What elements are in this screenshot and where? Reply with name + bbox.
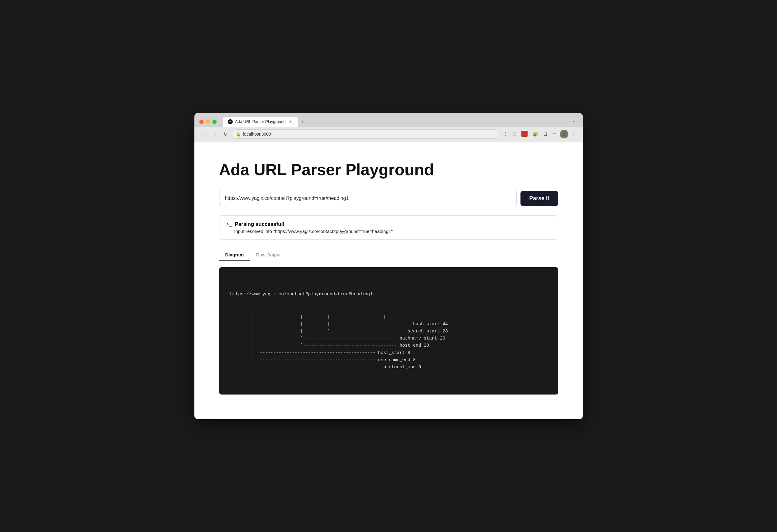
maximize-window-button[interactable] (212, 120, 217, 124)
success-subtitle: Input resolved into "https://www.yagiz.c… (234, 229, 551, 234)
reload-button[interactable]: ↻ (222, 130, 229, 138)
url-input[interactable] (219, 191, 517, 206)
minimize-window-button[interactable] (206, 120, 210, 124)
title-bar: A Ada URL Parser Playground ✕ + ⌄ (194, 113, 583, 127)
success-title-row: >_ Parsing successful! (226, 221, 551, 227)
diagram-url: https://www.yagiz.co/contact?playground=… (230, 291, 547, 298)
address-bar[interactable]: 🔒 localhost:3000 (232, 129, 499, 139)
toolbar-icons: ⇧ ☆ 🧩 ⊟ ▭ 👤 ⋮ (502, 129, 578, 139)
success-title: Parsing successful! (235, 221, 285, 227)
view-tabs-row: Diagram Raw Output (219, 249, 558, 261)
tab-title: Ada URL Parser Playground (235, 119, 286, 124)
bookmark-button[interactable]: ☆ (511, 130, 518, 138)
profile-button[interactable]: 👤 (560, 130, 568, 138)
split-view-button[interactable]: ▭ (550, 130, 558, 138)
tab-list-button[interactable]: ⌄ (570, 117, 578, 125)
active-tab[interactable]: A Ada URL Parser Playground ✕ (223, 117, 298, 127)
raw-output-tab[interactable]: Raw Output (250, 249, 287, 261)
terminal-icon: >_ (226, 222, 232, 227)
window-controls (199, 120, 217, 124)
success-banner: >_ Parsing successful! Input resolved in… (219, 215, 558, 240)
diagram-container: https://www.yagiz.co/contact?playground=… (219, 267, 558, 395)
parse-button[interactable]: Parse it (521, 191, 558, 206)
input-row: Parse it (219, 191, 558, 206)
tab-end-controls: ⌄ (570, 117, 578, 126)
browser-window: A Ada URL Parser Playground ✕ + ⌄ ← → ↻ … (194, 113, 583, 419)
secure-icon: 🔒 (236, 132, 241, 137)
page-content: Ada URL Parser Playground Parse it >_ Pa… (194, 142, 583, 419)
tabs-bar: A Ada URL Parser Playground ✕ + (223, 117, 567, 127)
tab-favicon: A (228, 119, 233, 124)
extension1-button[interactable] (520, 129, 530, 139)
extensions-button[interactable]: 🧩 (531, 130, 540, 138)
diagram-lines: | | | | | | | | | `--------- hash_start … (230, 313, 547, 371)
tab-close-button[interactable]: ✕ (288, 119, 293, 124)
address-bar-row: ← → ↻ 🔒 localhost:3000 ⇧ ☆ 🧩 ⊟ ▭ 👤 ⋮ (194, 127, 583, 142)
sidebar-button[interactable]: ⊟ (542, 130, 549, 138)
forward-button[interactable]: → (211, 130, 219, 138)
address-bar-text: localhost:3000 (243, 132, 271, 137)
diagram-tab[interactable]: Diagram (219, 249, 250, 261)
new-tab-button[interactable]: + (298, 117, 308, 127)
close-window-button[interactable] (199, 120, 204, 124)
menu-button[interactable]: ⋮ (570, 130, 578, 138)
back-button[interactable]: ← (199, 130, 208, 138)
browser-chrome: A Ada URL Parser Playground ✕ + ⌄ ← → ↻ … (194, 113, 583, 142)
page-title: Ada URL Parser Playground (219, 161, 558, 178)
share-button[interactable]: ⇧ (502, 130, 509, 138)
